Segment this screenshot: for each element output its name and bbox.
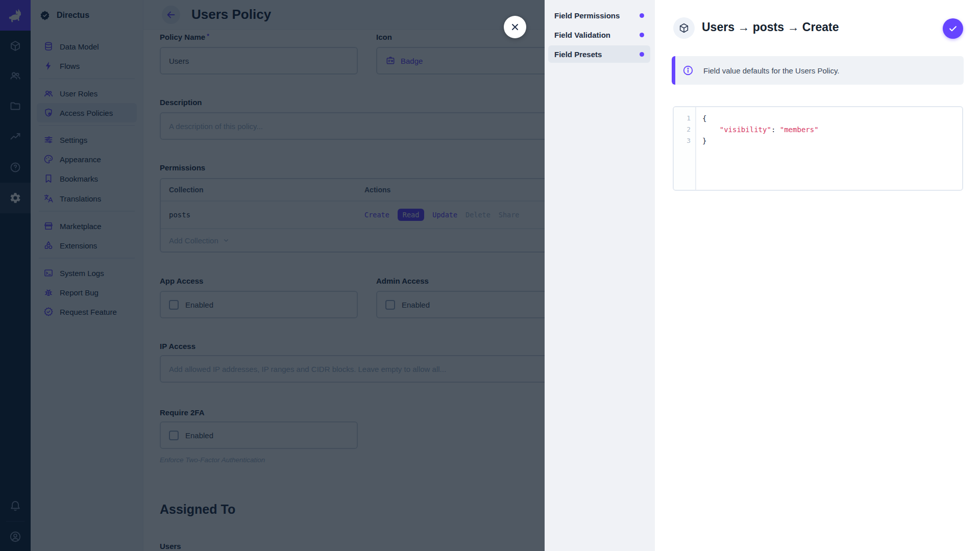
tab-field-validation[interactable]: Field Validation (548, 26, 650, 43)
status-dot (640, 13, 644, 18)
check-icon (948, 23, 958, 34)
line-number: 2 (674, 124, 695, 135)
info-banner: Field value defaults for the Users Polic… (672, 56, 964, 85)
code-line-2: "visibility": "members" (702, 124, 819, 135)
drawer-header-avatar (673, 17, 695, 39)
code-line-1: { (702, 113, 819, 124)
drawer-panel: Users → posts → Create Field value defau… (655, 0, 980, 551)
status-dot (640, 52, 644, 57)
save-button[interactable] (943, 18, 963, 39)
code-line-3: } (702, 135, 819, 146)
drawer-close-button[interactable] (504, 16, 526, 38)
drawer-tab-list: Field Permissions Field Validation Field… (545, 0, 655, 551)
line-number-gutter: 1 2 3 (674, 107, 696, 190)
code-content: { "visibility": "members" } (696, 107, 819, 190)
info-icon (682, 65, 694, 76)
code-editor[interactable]: 1 2 3 { "visibility": "members" } (673, 106, 963, 191)
json-value: "members" (780, 126, 819, 134)
tab-field-permissions[interactable]: Field Permissions (548, 7, 650, 24)
modal-overlay[interactable] (0, 0, 545, 551)
status-dot (640, 33, 644, 37)
line-number: 1 (674, 113, 695, 124)
info-banner-text: Field value defaults for the Users Polic… (703, 66, 840, 75)
tab-field-presets[interactable]: Field Presets (548, 45, 650, 63)
json-key: "visibility" (720, 126, 771, 134)
close-icon (510, 22, 520, 32)
cube-icon (678, 22, 690, 34)
line-number: 3 (674, 135, 695, 146)
drawer-title: Users → posts → Create (702, 20, 839, 34)
